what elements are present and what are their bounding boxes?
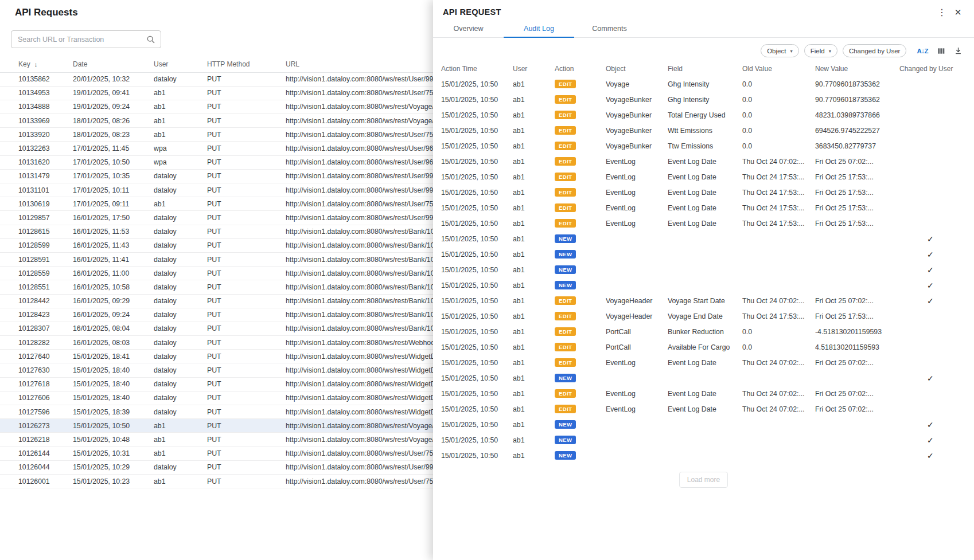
audit-log-row: 15/01/2025, 10:50ab1EDITVoyageBunkerGhg … xyxy=(433,92,974,107)
cell-date: 17/01/2025, 10:11 xyxy=(73,183,154,197)
cell-user: dataloy xyxy=(154,391,207,405)
cell-action-time: 15/01/2025, 10:50 xyxy=(433,432,513,448)
cell-user: dataloy xyxy=(154,72,207,86)
cell-key: 10126273 xyxy=(0,419,73,433)
audit-log-row: 15/01/2025, 10:50ab1EDITVoyageHeaderVoya… xyxy=(433,293,974,308)
cell-object: PortCall xyxy=(606,339,668,355)
audit-log-row: 15/01/2025, 10:50ab1EDITVoyageBunkerTtw … xyxy=(433,138,974,154)
cell-http-method: PUT xyxy=(207,294,286,308)
action-badge-edit: EDIT xyxy=(555,80,576,89)
cell-key: 10133920 xyxy=(0,128,73,142)
cell-date: 15/01/2025, 18:40 xyxy=(73,391,154,405)
cell-action: EDIT xyxy=(555,107,606,123)
cell-date: 16/01/2025, 11:41 xyxy=(73,252,154,266)
cell-changed-by-user: ✓ xyxy=(899,417,974,432)
cell-key: 10126144 xyxy=(0,447,73,460)
cell-action: NEW xyxy=(555,231,606,246)
audit-log-row: 15/01/2025, 10:50ab1EDITEventLogEvent Lo… xyxy=(433,355,974,370)
column-header-object[interactable]: Object xyxy=(606,61,668,76)
cell-changed-by-user xyxy=(899,401,974,417)
column-header-changed-by-user[interactable]: Changed by User xyxy=(899,61,974,76)
cell-action: EDIT xyxy=(555,169,606,185)
cell-user: ab1 xyxy=(513,370,555,386)
cell-http-method: PUT xyxy=(207,114,286,128)
cell-user: dataloy xyxy=(154,252,207,266)
search-input[interactable] xyxy=(11,36,146,44)
cell-object: EventLog xyxy=(606,216,668,231)
checkmark-icon: ✓ xyxy=(927,436,934,445)
cell-old-value xyxy=(742,246,815,262)
field-filter-dropdown[interactable]: Field ▾ xyxy=(804,44,837,57)
cell-date: 15/01/2025, 18:39 xyxy=(73,405,154,419)
tab-comments[interactable]: Comments xyxy=(574,19,645,37)
close-icon[interactable]: × xyxy=(950,4,966,20)
cell-field: Event Log Date xyxy=(668,185,742,200)
column-header-field[interactable]: Field xyxy=(668,61,742,76)
column-header-user[interactable]: User xyxy=(154,56,207,72)
cell-old-value: Thu Oct 24 17:53:... xyxy=(742,308,815,324)
column-header-old-value[interactable]: Old Value xyxy=(742,61,815,76)
cell-changed-by-user xyxy=(899,355,974,370)
changed-by-user-filter[interactable]: Changed by User xyxy=(843,44,907,57)
kebab-menu-icon[interactable]: ⋮ xyxy=(934,4,950,20)
audit-log-row: 15/01/2025, 10:50ab1EDITEventLogEvent Lo… xyxy=(433,185,974,200)
cell-field: Voyage Start Date xyxy=(668,293,742,308)
tab-overview[interactable]: Overview xyxy=(433,19,504,37)
column-header-user[interactable]: User xyxy=(513,61,555,76)
cell-user: ab1 xyxy=(513,123,555,138)
column-header-date[interactable]: Date xyxy=(73,56,154,72)
cell-action-time: 15/01/2025, 10:50 xyxy=(433,355,513,370)
cell-action: EDIT xyxy=(555,293,606,308)
cell-object xyxy=(606,432,668,448)
cell-user: ab1 xyxy=(513,339,555,355)
cell-date: 20/01/2025, 10:32 xyxy=(73,72,154,86)
cell-user: ab1 xyxy=(154,419,207,433)
cell-date: 15/01/2025, 10:23 xyxy=(73,474,154,488)
cell-action-time: 15/01/2025, 10:50 xyxy=(433,200,513,216)
sort-alpha-icon[interactable]: A↓Z xyxy=(917,48,928,54)
audit-log-tbody: 15/01/2025, 10:50ab1EDITVoyageGhg Intens… xyxy=(433,76,974,463)
cell-object: VoyageBunker xyxy=(606,92,668,107)
cell-object: EventLog xyxy=(606,386,668,401)
cell-object: VoyageBunker xyxy=(606,138,668,154)
cell-changed-by-user xyxy=(899,200,974,216)
cell-changed-by-user xyxy=(899,138,974,154)
cell-user: dataloy xyxy=(154,225,207,238)
column-header-action-time[interactable]: Action Time xyxy=(433,61,513,76)
cell-changed-by-user: ✓ xyxy=(899,231,974,246)
action-badge-edit: EDIT xyxy=(555,203,576,213)
cell-user: ab1 xyxy=(513,107,555,123)
column-header-key[interactable]: Key↓ xyxy=(0,56,73,72)
cell-action-time: 15/01/2025, 10:50 xyxy=(433,154,513,169)
column-header-new-value[interactable]: New Value xyxy=(815,61,899,76)
cell-key: 10134953 xyxy=(0,86,73,100)
cell-changed-by-user xyxy=(899,308,974,324)
cell-date: 15/01/2025, 10:29 xyxy=(73,460,154,474)
cell-old-value: Thu Oct 24 07:02:... xyxy=(742,401,815,417)
cell-key: 10126218 xyxy=(0,433,73,447)
search-icon[interactable] xyxy=(146,35,155,44)
chevron-down-icon: ▾ xyxy=(829,48,831,54)
download-icon[interactable] xyxy=(954,46,963,55)
cell-new-value: Fri Oct 25 07:02:... xyxy=(815,386,899,401)
column-header-action[interactable]: Action xyxy=(555,61,606,76)
cell-http-method: PUT xyxy=(207,447,286,460)
tab-audit-log[interactable]: Audit Log xyxy=(504,19,574,37)
cell-object: VoyageBunker xyxy=(606,123,668,138)
cell-user: dataloy xyxy=(154,322,207,335)
cell-changed-by-user xyxy=(899,92,974,107)
cell-new-value xyxy=(815,448,899,463)
cell-http-method: PUT xyxy=(207,405,286,419)
cell-old-value: Thu Oct 24 07:02:... xyxy=(742,386,815,401)
object-filter-dropdown[interactable]: Object ▾ xyxy=(761,44,799,57)
panel-title: API REQUEST xyxy=(443,7,934,17)
cell-key: 10132263 xyxy=(0,142,73,155)
cell-new-value: 90.77096018735362 xyxy=(815,92,899,107)
columns-icon[interactable] xyxy=(937,47,945,55)
cell-action: NEW xyxy=(555,246,606,262)
cell-http-method: PUT xyxy=(207,308,286,322)
load-more-button[interactable]: Load more xyxy=(679,472,728,488)
column-header-http-method[interactable]: HTTP Method xyxy=(207,56,286,72)
cell-date: 15/01/2025, 18:40 xyxy=(73,363,154,377)
cell-action-time: 15/01/2025, 10:50 xyxy=(433,231,513,246)
